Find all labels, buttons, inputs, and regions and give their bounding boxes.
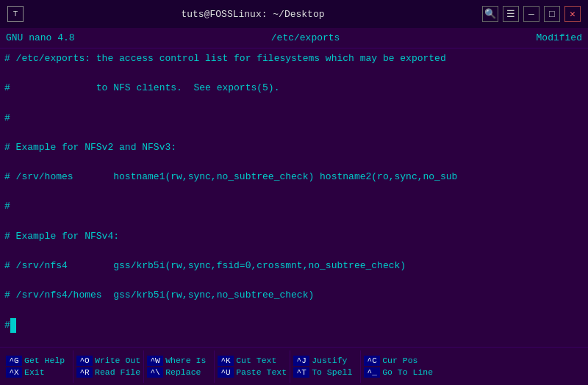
editor-area[interactable]: # /etc/exports: the access control list …: [0, 48, 588, 347]
shortcut-label: Justify: [312, 356, 347, 365]
title-bar-left: T: [7, 6, 24, 22]
maximize-button[interactable]: □: [544, 6, 560, 22]
key-badge: ^G: [6, 356, 22, 366]
close-button[interactable]: ✕: [564, 6, 581, 22]
key-badge: ^J: [293, 356, 309, 366]
window-icon[interactable]: T: [7, 6, 24, 22]
shortcut-bar: ^GGet Help^XExit^OWrite Out^RRead File^W…: [0, 347, 588, 385]
shortcut-row-^T[interactable]: ^TTo Spell: [293, 367, 352, 378]
shortcut-group-5: ^CCur Pos^_Go To Line: [361, 348, 436, 385]
cursor: [10, 318, 16, 333]
minimize-button[interactable]: —: [523, 6, 539, 22]
key-badge: ^W: [147, 356, 163, 366]
key-badge: ^C: [364, 356, 380, 366]
shortcut-row-^K[interactable]: ^KCut Text: [218, 356, 276, 366]
editor-line: # /srv/homes hostname1(rw,sync,no_subtre…: [4, 170, 584, 184]
shortcut-label: Paste Text: [236, 367, 287, 377]
shortcut-row-^O[interactable]: ^OWrite Out: [76, 356, 140, 366]
editor-line: #: [4, 199, 584, 214]
title-bar: T tuts@FOSSLinux: ~/Desktop 🔍 ☰ — □ ✕: [0, 0, 588, 28]
nano-status-bar: GNU nano 4.8 /etc/exports Modified: [0, 28, 588, 48]
nano-modified: Modified: [537, 32, 582, 43]
editor-line: # /etc/exports: the access control list …: [4, 51, 584, 66]
shortcut-row-^W[interactable]: ^WWhere Is: [147, 356, 206, 366]
shortcut-row-^X[interactable]: ^XExit: [6, 367, 45, 378]
shortcut-group-2: ^WWhere Is^\Replace: [144, 348, 214, 385]
shortcut-label: Get Help: [24, 356, 65, 365]
title-text: tuts@FOSSLinux: ~/Desktop: [181, 9, 324, 20]
shortcut-label: Read File: [95, 367, 140, 377]
key-badge: ^U: [218, 367, 234, 378]
editor-line: #: [4, 111, 584, 126]
nano-filename: /etc/exports: [271, 32, 340, 43]
key-badge: ^X: [6, 367, 22, 378]
key-badge: ^O: [76, 356, 93, 366]
shortcut-label: Cur Pos: [382, 356, 417, 365]
shortcut-label: Exit: [24, 367, 45, 377]
search-button[interactable]: 🔍: [482, 6, 498, 22]
shortcut-group-1: ^OWrite Out^RRead File: [74, 348, 143, 385]
shortcut-group-3: ^KCut Text^UPaste Text: [215, 348, 290, 385]
key-badge: ^R: [76, 367, 93, 378]
title-bar-right: 🔍 ☰ — □ ✕: [482, 6, 581, 22]
shortcut-row-^C[interactable]: ^CCur Pos: [364, 356, 417, 366]
shortcut-row-^R[interactable]: ^RRead File: [76, 367, 140, 378]
editor-line: # Example for NFSv4:: [4, 229, 584, 244]
shortcut-row-^J[interactable]: ^JJustify: [293, 356, 347, 366]
shortcut-row-^_[interactable]: ^_Go To Line: [364, 367, 433, 378]
shortcut-group-0: ^GGet Help^XExit: [3, 348, 73, 385]
key-badge: ^K: [218, 356, 234, 366]
shortcut-label: To Spell: [312, 367, 352, 377]
shortcut-label: Go To Line: [382, 367, 433, 377]
nano-version: GNU nano 4.8: [6, 32, 75, 43]
menu-button[interactable]: ☰: [503, 6, 519, 22]
key-badge: ^_: [364, 367, 380, 378]
shortcut-label: Replace: [165, 367, 201, 377]
shortcut-label: Cut Text: [236, 356, 276, 365]
shortcut-row-^\[interactable]: ^\Replace: [147, 367, 201, 378]
editor-line: # Example for NFSv2 and NFSv3:: [4, 140, 584, 155]
shortcut-label: Write Out: [95, 356, 140, 365]
shortcut-group-4: ^JJustify^TTo Spell: [290, 348, 360, 385]
editor-line: # to NFS clients. See exports(5).: [4, 81, 584, 96]
key-badge: ^T: [293, 367, 309, 378]
shortcut-row-^U[interactable]: ^UPaste Text: [218, 367, 287, 378]
shortcut-label: Where Is: [165, 356, 206, 365]
editor-line: # /srv/nfs4 gss/krb5i(rw,sync,fsid=0,cro…: [4, 259, 584, 273]
key-badge: ^\: [147, 367, 163, 378]
editor-line: # /srv/nfs4/homes gss/krb5i(rw,sync,no_s…: [4, 288, 584, 303]
editor-line: #: [4, 318, 584, 333]
shortcut-row-^G[interactable]: ^GGet Help: [6, 356, 65, 366]
